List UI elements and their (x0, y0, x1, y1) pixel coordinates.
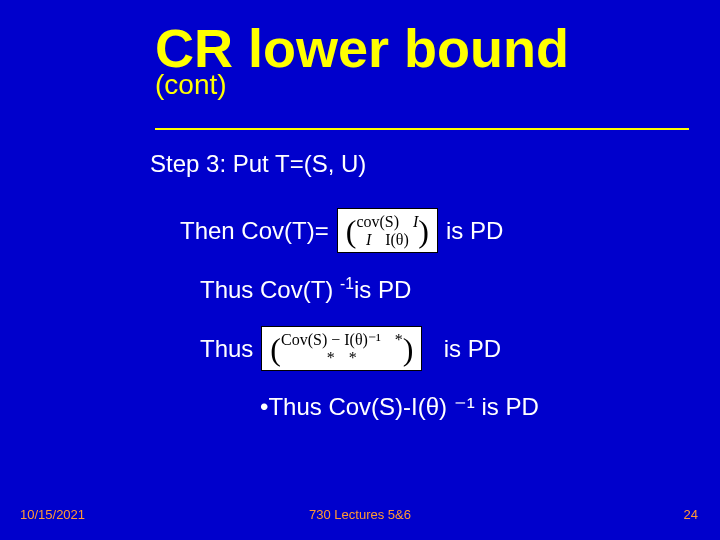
thus1-exp: -1 (333, 275, 354, 304)
thus2-prefix: Thus (200, 335, 253, 363)
then-prefix: Then Cov(T)= (180, 217, 329, 245)
thus2-line: Thus ( Cov(S) − I(θ)⁻¹ * * * ) (200, 326, 690, 371)
m1-r1c1: cov(S) (356, 213, 399, 231)
m1-r2c1: I (366, 231, 371, 249)
m1-r2c2: I(θ) (385, 231, 409, 249)
m2-r1c1: Cov(S) − I(θ)⁻¹ (281, 331, 381, 349)
then-line: Then Cov(T)= ( cov(S) I I I(θ) ) (180, 208, 690, 253)
bullet-text: •Thus Cov(S)-I(θ) ⁻¹ is PD (260, 393, 539, 421)
thus1-prefix: Thus Cov(T) (200, 276, 333, 304)
footer-page-number: 24 (684, 507, 698, 522)
step-line: Step 3: Put T=(S, U) (150, 150, 690, 178)
body-content: Step 3: Put T=(S, U) Then Cov(T)= ( cov(… (150, 150, 690, 443)
m2-r2c2: * (349, 349, 357, 367)
is-pd-2: is PD (444, 335, 501, 363)
is-pd-1: is PD (446, 217, 503, 245)
m2-r2c1: * (327, 349, 335, 367)
slide: CR lower bound (cont) Step 3: Put T=(S, … (0, 0, 720, 540)
title-underline (155, 128, 689, 130)
bullet-line: •Thus Cov(S)-I(θ) ⁻¹ is PD (260, 393, 690, 421)
title-line1: CR lower bound (155, 20, 695, 77)
thus1-line: Thus Cov(T) -1 is PD (200, 275, 690, 304)
matrix-1: ( cov(S) I I I(θ) ) (337, 208, 438, 253)
step-text: Step 3: Put T=(S, U) (150, 150, 366, 178)
matrix-2: ( Cov(S) − I(θ)⁻¹ * * * ) (261, 326, 422, 371)
footer-center: 730 Lectures 5&6 (0, 507, 720, 522)
m2-r1c2: * (395, 331, 403, 349)
thus1-suffix: is PD (354, 276, 411, 304)
title-block: CR lower bound (cont) (155, 20, 695, 99)
